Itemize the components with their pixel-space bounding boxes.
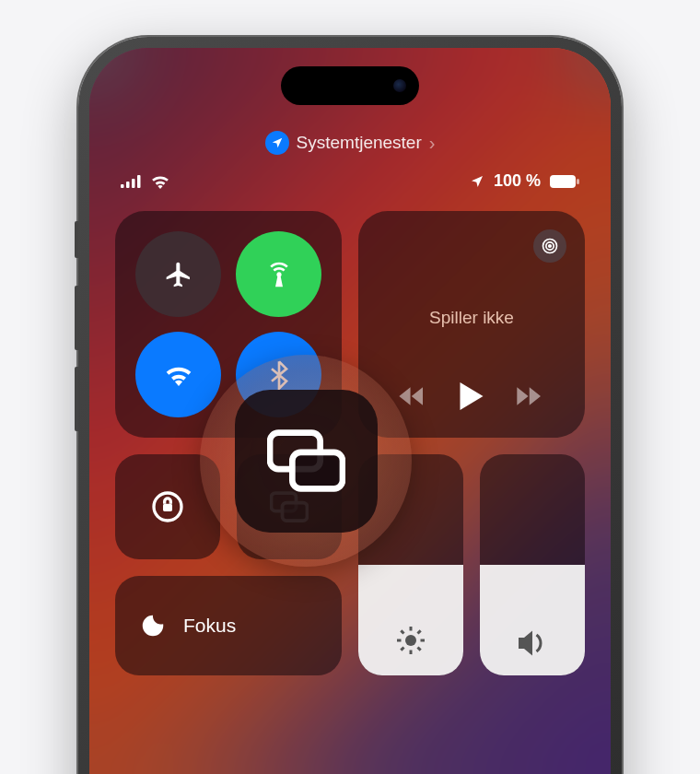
svg-point-8 <box>549 245 552 248</box>
battery-icon <box>550 174 579 189</box>
wifi-icon <box>164 364 193 386</box>
svg-rect-5 <box>577 179 579 184</box>
magnified-highlight <box>200 355 412 567</box>
cellular-data-button[interactable] <box>236 231 321 317</box>
side-button <box>75 221 78 258</box>
status-bar: 100 % <box>115 171 585 191</box>
volume-slider[interactable] <box>480 454 585 675</box>
svg-rect-4 <box>550 175 576 188</box>
chevron-right-icon: › <box>429 133 436 154</box>
svg-line-21 <box>418 630 421 633</box>
svg-rect-3 <box>137 175 141 188</box>
svg-line-19 <box>418 648 421 651</box>
dynamic-island <box>281 66 419 105</box>
cellular-antenna-icon <box>264 260 294 289</box>
battery-percent: 100 % <box>494 171 541 191</box>
volume-down-button <box>75 367 78 431</box>
screen-mirroring-icon <box>267 428 345 493</box>
focus-label: Fokus <box>183 615 236 637</box>
airplane-mode-button[interactable] <box>135 231 221 317</box>
focus-button[interactable]: Fokus <box>115 576 342 675</box>
svg-rect-0 <box>121 184 124 188</box>
forward-button[interactable] <box>517 386 544 406</box>
play-button[interactable] <box>460 382 484 410</box>
forward-icon <box>517 386 544 406</box>
airplane-icon <box>164 260 193 289</box>
front-camera <box>393 79 406 92</box>
wifi-status-icon <box>150 174 170 189</box>
svg-rect-1 <box>126 182 130 188</box>
svg-line-18 <box>401 630 403 633</box>
system-services-label: Systemtjenester <box>297 133 422 153</box>
media-status-label: Spiller ikke <box>377 308 566 328</box>
system-services-link[interactable]: Systemtjenester › <box>115 131 585 155</box>
svg-point-13 <box>405 635 416 646</box>
volume-icon <box>516 629 549 657</box>
cellular-signal-icon <box>121 175 141 188</box>
phone-frame: Systemtjenester › 100 % <box>78 37 622 774</box>
moon-icon <box>139 612 167 639</box>
play-icon <box>460 382 484 410</box>
svg-rect-10 <box>163 504 172 511</box>
svg-rect-23 <box>292 452 343 488</box>
volume-up-button <box>75 286 78 350</box>
airplay-icon <box>541 237 559 255</box>
rewind-button[interactable] <box>399 386 426 406</box>
screen-mirroring-magnified <box>235 390 378 533</box>
location-arrow-icon <box>265 131 289 155</box>
svg-rect-2 <box>132 179 135 188</box>
location-status-icon <box>470 174 484 189</box>
wifi-button[interactable] <box>135 332 221 417</box>
rewind-icon <box>399 386 426 406</box>
phone-screen: Systemtjenester › 100 % <box>89 48 611 774</box>
svg-line-20 <box>401 648 403 651</box>
airplay-audio-button[interactable] <box>533 229 566 263</box>
rotation-lock-icon <box>149 488 186 525</box>
brightness-icon <box>394 624 427 657</box>
